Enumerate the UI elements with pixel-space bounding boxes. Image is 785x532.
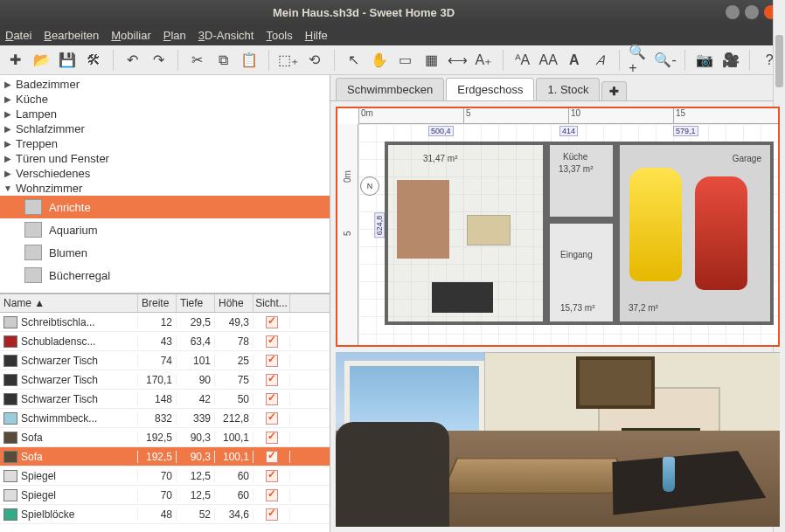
col-name[interactable]: Name ▲ xyxy=(0,294,138,312)
checkbox-icon[interactable] xyxy=(266,316,278,328)
category-wohnzimmer[interactable]: ▼Wohnzimmer xyxy=(0,181,330,196)
catalog-item-aquarium[interactable]: Aquarium xyxy=(0,218,330,241)
select-tool-button[interactable]: ↖ xyxy=(344,50,365,71)
zoom-in-button[interactable]: 🔍+ xyxy=(629,50,650,71)
catalog-item-bcherregal[interactable]: Bücherregal xyxy=(0,264,330,287)
paste-button[interactable]: 📋 xyxy=(239,50,260,71)
tab-schwimmbecken[interactable]: Schwimmbecken xyxy=(336,78,444,100)
room-eingang[interactable]: Eingang 15,73 m² xyxy=(546,220,616,325)
add-furniture-button[interactable]: ⬚₊ xyxy=(278,50,299,71)
text-larger-button[interactable]: AA xyxy=(538,50,559,71)
table-row[interactable]: Schwarzer Tisch7410125 xyxy=(0,351,330,370)
checkbox-icon[interactable] xyxy=(266,489,278,501)
catalog-item-blumen[interactable]: Blumen xyxy=(0,241,330,264)
zoom-out-button[interactable]: 🔍- xyxy=(655,50,676,71)
car-red-icon[interactable] xyxy=(695,176,747,290)
cell-visible[interactable] xyxy=(254,374,290,386)
checkbox-icon[interactable] xyxy=(266,393,278,405)
cut-button[interactable]: ✂ xyxy=(187,50,208,71)
cell-visible[interactable] xyxy=(254,451,290,463)
table-row[interactable]: Sofa192,590,3100,1 xyxy=(0,428,330,447)
furniture-table[interactable]: Schreibtischla...1229,549,3Schubladensc.… xyxy=(0,313,330,532)
rug-icon[interactable] xyxy=(467,215,511,245)
open-button[interactable]: 📂 xyxy=(31,50,52,71)
menu-3d[interactable]: 3D-Ansicht xyxy=(198,29,254,42)
table-row[interactable]: Spielblöcke485234,6 xyxy=(0,505,330,524)
table-row[interactable]: Schreibtischla...1229,549,3 xyxy=(0,313,330,332)
room-kueche[interactable]: Küche 13,37 m² xyxy=(546,142,616,220)
redo-button[interactable]: ↷ xyxy=(148,50,169,71)
text-tool-button[interactable]: A₊ xyxy=(473,50,494,71)
menu-plan[interactable]: Plan xyxy=(163,29,186,42)
catalog-item-anrichte[interactable]: Anrichte xyxy=(0,196,330,218)
checkbox-icon[interactable] xyxy=(266,508,278,521)
cell-visible[interactable] xyxy=(254,355,290,367)
pan-tool-button[interactable]: ✋ xyxy=(369,50,390,71)
col-visible[interactable]: Sicht... xyxy=(254,294,290,312)
cell-visible[interactable] xyxy=(254,508,290,521)
undo-button[interactable]: ↶ xyxy=(122,50,143,71)
tab-1stock[interactable]: 1. Stock xyxy=(536,78,600,100)
col-depth[interactable]: Tiefe xyxy=(177,294,215,312)
category-kche[interactable]: ▶Küche xyxy=(0,92,330,107)
menu-furniture[interactable]: Mobiliar xyxy=(111,29,151,42)
rotate-furniture-button[interactable]: ⟲ xyxy=(304,50,325,71)
table-icon[interactable] xyxy=(432,282,493,313)
category-trenundfenster[interactable]: ▶Türen und Fenster xyxy=(0,151,330,166)
prefs-button[interactable]: 🛠 xyxy=(83,50,104,71)
table-row[interactable]: Schwimmbeck...832339212,8 xyxy=(0,409,330,428)
wall-tool-button[interactable]: ▭ xyxy=(395,50,416,71)
minimize-icon[interactable] xyxy=(726,5,740,19)
table-row[interactable]: Schubladensc...4363,478 xyxy=(0,332,330,351)
cell-visible[interactable] xyxy=(254,316,290,328)
menu-tools[interactable]: Tools xyxy=(266,29,292,42)
table-row[interactable]: Spiegel7012,560 xyxy=(0,486,330,505)
cell-visible[interactable] xyxy=(254,489,290,501)
category-schlafzimmer[interactable]: ▶Schlafzimmer xyxy=(0,121,330,136)
checkbox-icon[interactable] xyxy=(266,432,278,444)
category-verschiedenes[interactable]: ▶Verschiedenes xyxy=(0,166,330,181)
new-button[interactable]: ✚ xyxy=(5,50,26,71)
table-row[interactable]: Schwarzer Tisch170,19075 xyxy=(0,370,330,390)
cell-visible[interactable] xyxy=(254,335,290,348)
menu-file[interactable]: Datei xyxy=(5,29,31,42)
bold-button[interactable]: A xyxy=(564,50,585,71)
room-wohnzimmer[interactable]: 31,47 m² Wohnzimmer xyxy=(385,142,546,325)
category-treppen[interactable]: ▶Treppen xyxy=(0,136,330,151)
add-tab-button[interactable]: ✚ xyxy=(601,81,627,100)
category-lampen[interactable]: ▶Lampen xyxy=(0,107,330,121)
room-tool-button[interactable]: ▦ xyxy=(421,50,442,71)
cell-visible[interactable] xyxy=(254,393,290,405)
cell-visible[interactable] xyxy=(254,470,290,482)
checkbox-icon[interactable] xyxy=(266,412,278,425)
cell-visible[interactable] xyxy=(254,432,290,444)
table-row[interactable]: Schwarzer Tisch1484250 xyxy=(0,390,330,409)
save-button[interactable]: 💾 xyxy=(57,50,78,71)
checkbox-icon[interactable] xyxy=(266,451,278,463)
maximize-icon[interactable] xyxy=(745,5,759,19)
tab-erdgeschoss[interactable]: Erdgeschoss xyxy=(446,78,534,100)
table-row[interactable]: Sofa192,590,3100,1 xyxy=(0,447,330,466)
sofa-icon[interactable] xyxy=(397,180,449,259)
cell-visible[interactable] xyxy=(254,412,290,425)
plan-view[interactable]: 0m51015 0m5 N 500,4 414 579,1 624,8 624,… xyxy=(336,107,780,347)
photo-button[interactable]: 📷 xyxy=(694,50,715,71)
checkbox-icon[interactable] xyxy=(266,335,278,348)
text-smaller-button[interactable]: ᴬA xyxy=(512,50,533,71)
menu-help[interactable]: Hilfe xyxy=(305,29,328,42)
col-height[interactable]: Höhe xyxy=(215,294,254,312)
checkbox-icon[interactable] xyxy=(266,355,278,367)
checkbox-icon[interactable] xyxy=(266,374,278,386)
video-button[interactable]: 🎥 xyxy=(720,50,741,71)
col-width[interactable]: Breite xyxy=(138,294,177,312)
3d-view[interactable] xyxy=(336,352,780,527)
dimension-tool-button[interactable]: ⟷ xyxy=(447,50,468,71)
italic-button[interactable]: 𝘈 xyxy=(590,50,611,71)
floor-plan[interactable]: N 500,4 414 579,1 624,8 624,8 31,47 m² W… xyxy=(358,124,778,345)
table-row[interactable]: Spiegel7012,560 xyxy=(0,466,330,486)
copy-button[interactable]: ⧉ xyxy=(213,50,234,71)
menu-edit[interactable]: Bearbeiten xyxy=(44,29,99,42)
car-yellow-icon[interactable] xyxy=(629,168,682,281)
checkbox-icon[interactable] xyxy=(266,470,278,482)
category-badezimmer[interactable]: ▶Badezimmer xyxy=(0,77,330,92)
